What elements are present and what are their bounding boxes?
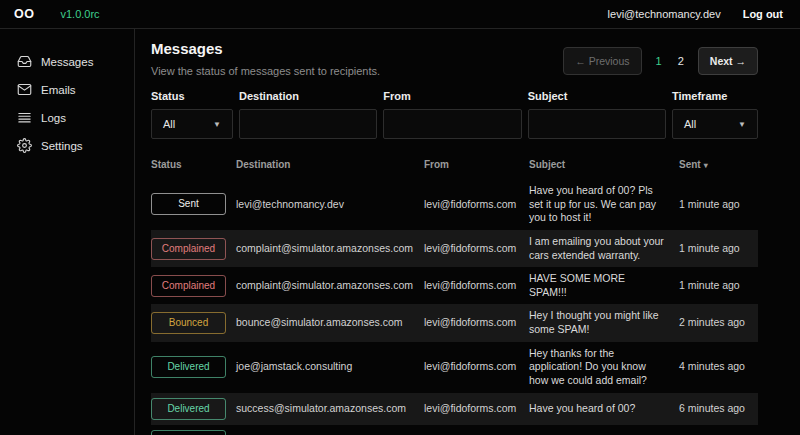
column-header-destination: Destination — [236, 159, 424, 170]
cell-destination: complaint@simulator.amazonses.com — [236, 242, 424, 256]
status-badge: Sent — [151, 193, 226, 215]
table-header-row: Status Destination From Subject Sent▾ — [151, 153, 758, 179]
chevron-down-icon: ▼ — [738, 120, 746, 129]
timeframe-filter-select[interactable]: All ▼ — [672, 109, 758, 139]
table-row: Complained complaint@simulator.amazonses… — [151, 267, 758, 304]
timeframe-filter-label: Timeframe — [672, 90, 758, 102]
envelope-icon — [17, 82, 32, 97]
table-row: Complained complaint@simulator.amazonses… — [151, 230, 758, 267]
sidebar-item-label: Emails — [41, 84, 76, 96]
top-bar: OO v1.0.0rc levi@technomancy.dev Log out — [0, 0, 800, 29]
messages-table-body: Sent levi@technomancy.dev levi@fidoforms… — [151, 179, 758, 435]
column-header-status: Status — [151, 159, 236, 170]
cell-sent: 6 minutes ago — [679, 402, 757, 416]
column-header-subject: Subject — [529, 159, 679, 170]
cell-from: levi@fidoforms.com — [424, 242, 529, 256]
table-row: Bounced bounce@simulator.amazonses.com l… — [151, 304, 758, 341]
column-header-sent[interactable]: Sent▾ — [679, 159, 757, 170]
table-row: Delivered joe@jamstack.consulting levi@f… — [151, 342, 758, 393]
status-filter-label: Status — [151, 90, 233, 102]
page-number-current[interactable]: 1 — [654, 55, 664, 67]
status-badge: Complained — [151, 275, 226, 297]
cell-subject: Hey thanks for the application! Do you k… — [529, 347, 679, 388]
subject-filter-label: Subject — [528, 90, 666, 102]
status-badge: Bounced — [151, 312, 226, 334]
logout-button[interactable]: Log out — [743, 8, 783, 20]
sidebar-item-messages[interactable]: Messages — [0, 49, 134, 74]
cell-from: levi@fidoforms.com — [424, 198, 529, 212]
cell-sent: 1 minute ago — [679, 279, 757, 293]
table-row: Sent levi@technomancy.dev levi@fidoforms… — [151, 179, 758, 230]
page-number[interactable]: 2 — [676, 55, 686, 67]
sidebar-item-label: Settings — [41, 140, 83, 152]
cell-destination: success@simulator.amazonses.com — [236, 402, 424, 416]
table-row: Delivered success@simulator.amazonses.co… — [151, 425, 758, 435]
messages-table: Status Destination From Subject Sent▾ Se… — [151, 153, 758, 435]
status-badge: Delivered — [151, 430, 226, 435]
destination-filter-label: Destination — [239, 90, 377, 102]
sidebar-item-settings[interactable]: Settings — [0, 133, 134, 158]
sidebar-item-emails[interactable]: Emails — [0, 77, 134, 102]
timeframe-filter-value: All — [684, 118, 696, 130]
filters-bar: Status All ▼ Destination From Subject Ti… — [151, 90, 758, 139]
status-badge: Complained — [151, 238, 226, 260]
inbox-icon — [17, 54, 32, 69]
sidebar-item-logs[interactable]: Logs — [0, 105, 134, 130]
cell-destination: joe@jamstack.consulting — [236, 360, 424, 374]
page-title: Messages — [151, 40, 380, 57]
cell-subject: I am emailing you about your cars extend… — [529, 235, 679, 262]
status-badge: Delivered — [151, 398, 226, 420]
cell-subject: Have you heard of 00? — [529, 402, 679, 416]
from-filter-input[interactable] — [383, 109, 521, 139]
pagination: ← Previous 1 2 Next → — [563, 47, 758, 75]
logs-icon — [17, 110, 32, 125]
cell-from: levi@fidoforms.com — [424, 360, 529, 374]
cell-from: levi@fidoforms.com — [424, 316, 529, 330]
cell-destination: levi@technomancy.dev — [236, 198, 424, 212]
next-page-button[interactable]: Next → — [698, 47, 758, 75]
cell-subject: HAVE SOME MORE SPAM!!! — [529, 272, 679, 299]
cell-sent: 4 minutes ago — [679, 360, 757, 374]
destination-filter-input[interactable] — [239, 109, 377, 139]
app-logo: OO — [14, 7, 34, 21]
cell-destination: complaint@simulator.amazonses.com — [236, 279, 424, 293]
cell-sent: 1 minute ago — [679, 242, 757, 256]
sidebar: Messages Emails Logs Settings — [0, 29, 135, 435]
main-content: Messages View the status of messages sen… — [135, 29, 800, 435]
topbar-right: levi@technomancy.dev Log out — [608, 8, 783, 20]
sort-descending-icon: ▾ — [704, 161, 708, 170]
status-filter-select[interactable]: All ▼ — [151, 109, 233, 139]
from-filter-label: From — [383, 90, 521, 102]
version-label: v1.0.0rc — [60, 8, 99, 20]
cell-destination: bounce@simulator.amazonses.com — [236, 316, 424, 330]
table-row: Delivered success@simulator.amazonses.co… — [151, 393, 758, 425]
sidebar-item-label: Messages — [41, 56, 93, 68]
gear-icon — [17, 138, 32, 153]
cell-sent: 1 minute ago — [679, 198, 757, 212]
column-header-from: From — [424, 159, 529, 170]
subject-filter-input[interactable] — [528, 109, 666, 139]
user-email: levi@technomancy.dev — [608, 8, 721, 20]
cell-from: levi@fidoforms.com — [424, 402, 529, 416]
previous-page-button[interactable]: ← Previous — [563, 47, 641, 75]
status-filter-value: All — [163, 118, 175, 130]
chevron-down-icon: ▼ — [213, 120, 221, 129]
cell-subject: Hey I thought you might like some SPAM! — [529, 309, 679, 336]
cell-subject: Have you heard of 00? Pls set it up for … — [529, 184, 679, 225]
page-subtitle: View the status of messages sent to reci… — [151, 65, 380, 77]
status-badge: Delivered — [151, 356, 226, 378]
sidebar-item-label: Logs — [41, 112, 66, 124]
cell-from: levi@fidoforms.com — [424, 279, 529, 293]
cell-sent: 2 minutes ago — [679, 316, 757, 330]
